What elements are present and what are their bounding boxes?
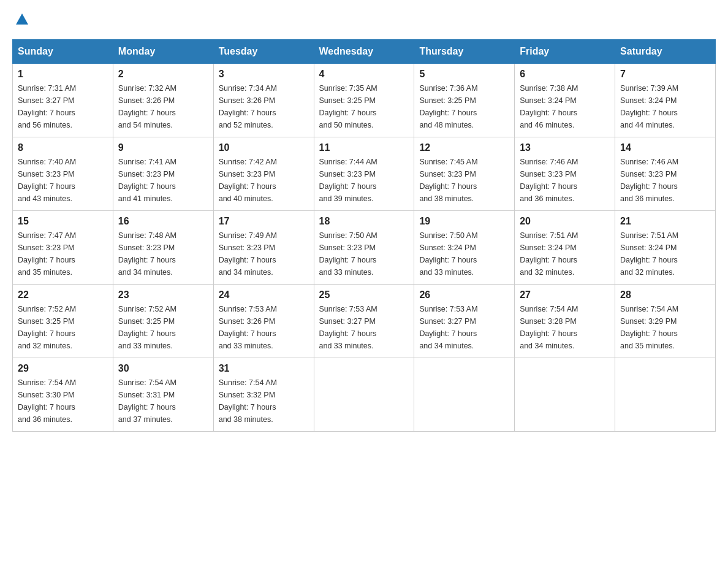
- day-cell-7: 7Sunrise: 7:39 AMSunset: 3:24 PMDaylight…: [615, 64, 716, 137]
- day-cell-16: 16Sunrise: 7:48 AMSunset: 3:23 PMDayligh…: [113, 211, 213, 285]
- day-cell-17: 17Sunrise: 7:49 AMSunset: 3:23 PMDayligh…: [213, 211, 314, 285]
- day-info: Sunrise: 7:51 AMSunset: 3:24 PMDaylight:…: [520, 229, 610, 278]
- day-info: Sunrise: 7:44 AMSunset: 3:23 PMDaylight:…: [319, 156, 409, 205]
- day-cell-29: 29Sunrise: 7:54 AMSunset: 3:30 PMDayligh…: [13, 358, 113, 432]
- day-info: Sunrise: 7:50 AMSunset: 3:23 PMDaylight:…: [319, 229, 409, 278]
- day-cell-19: 19Sunrise: 7:50 AMSunset: 3:24 PMDayligh…: [414, 211, 515, 285]
- day-number: 7: [620, 69, 710, 80]
- week-row-4: 22Sunrise: 7:52 AMSunset: 3:25 PMDayligh…: [13, 285, 716, 358]
- day-cell-24: 24Sunrise: 7:53 AMSunset: 3:26 PMDayligh…: [213, 285, 314, 358]
- day-number: 21: [620, 216, 710, 227]
- header-tuesday: Tuesday: [213, 40, 314, 64]
- day-number: 17: [219, 216, 309, 227]
- day-info: Sunrise: 7:53 AMSunset: 3:27 PMDaylight:…: [319, 303, 409, 352]
- day-cell-5: 5Sunrise: 7:36 AMSunset: 3:25 PMDaylight…: [414, 64, 515, 137]
- svg-marker-0: [16, 13, 28, 25]
- week-row-5: 29Sunrise: 7:54 AMSunset: 3:30 PMDayligh…: [13, 358, 716, 432]
- day-info: Sunrise: 7:52 AMSunset: 3:25 PMDaylight:…: [118, 303, 208, 352]
- day-number: 31: [219, 363, 309, 374]
- week-row-3: 15Sunrise: 7:47 AMSunset: 3:23 PMDayligh…: [13, 211, 716, 285]
- day-info: Sunrise: 7:32 AMSunset: 3:26 PMDaylight:…: [118, 82, 208, 131]
- day-info: Sunrise: 7:45 AMSunset: 3:23 PMDaylight:…: [419, 156, 509, 205]
- day-number: 20: [520, 216, 610, 227]
- day-cell-6: 6Sunrise: 7:38 AMSunset: 3:24 PMDaylight…: [515, 64, 615, 137]
- day-number: 10: [219, 142, 309, 153]
- day-info: Sunrise: 7:52 AMSunset: 3:25 PMDaylight:…: [18, 303, 108, 352]
- day-number: 22: [18, 289, 108, 301]
- header-saturday: Saturday: [615, 40, 716, 64]
- header-sunday: Sunday: [13, 40, 113, 64]
- day-number: 9: [118, 142, 208, 153]
- day-number: 16: [118, 216, 208, 227]
- day-cell-26: 26Sunrise: 7:53 AMSunset: 3:27 PMDayligh…: [414, 285, 515, 358]
- day-cell-31: 31Sunrise: 7:54 AMSunset: 3:32 PMDayligh…: [213, 358, 314, 432]
- day-number: 3: [219, 69, 309, 80]
- day-info: Sunrise: 7:50 AMSunset: 3:24 PMDaylight:…: [419, 229, 509, 278]
- day-info: Sunrise: 7:42 AMSunset: 3:23 PMDaylight:…: [219, 156, 309, 205]
- day-cell-8: 8Sunrise: 7:40 AMSunset: 3:23 PMDaylight…: [13, 137, 113, 211]
- day-number: 1: [18, 69, 108, 80]
- day-cell-13: 13Sunrise: 7:46 AMSunset: 3:23 PMDayligh…: [515, 137, 615, 211]
- day-number: 8: [18, 142, 108, 153]
- day-info: Sunrise: 7:36 AMSunset: 3:25 PMDaylight:…: [419, 82, 509, 131]
- day-info: Sunrise: 7:47 AMSunset: 3:23 PMDaylight:…: [18, 229, 108, 278]
- empty-cell: [314, 358, 414, 432]
- day-number: 29: [18, 363, 108, 374]
- day-info: Sunrise: 7:39 AMSunset: 3:24 PMDaylight:…: [620, 82, 710, 131]
- header-monday: Monday: [113, 40, 213, 64]
- day-info: Sunrise: 7:46 AMSunset: 3:23 PMDaylight:…: [620, 156, 710, 205]
- day-number: 4: [319, 69, 409, 80]
- day-number: 15: [18, 216, 108, 227]
- day-info: Sunrise: 7:54 AMSunset: 3:31 PMDaylight:…: [118, 377, 208, 426]
- day-info: Sunrise: 7:49 AMSunset: 3:23 PMDaylight:…: [219, 229, 309, 278]
- day-info: Sunrise: 7:54 AMSunset: 3:32 PMDaylight:…: [219, 377, 309, 426]
- day-number: 18: [319, 216, 409, 227]
- day-info: Sunrise: 7:38 AMSunset: 3:24 PMDaylight:…: [520, 82, 610, 131]
- day-cell-12: 12Sunrise: 7:45 AMSunset: 3:23 PMDayligh…: [414, 137, 515, 211]
- day-cell-25: 25Sunrise: 7:53 AMSunset: 3:27 PMDayligh…: [314, 285, 414, 358]
- day-cell-28: 28Sunrise: 7:54 AMSunset: 3:29 PMDayligh…: [615, 285, 716, 358]
- page-header: [12, 12, 716, 27]
- empty-cell: [615, 358, 716, 432]
- day-cell-4: 4Sunrise: 7:35 AMSunset: 3:25 PMDaylight…: [314, 64, 414, 137]
- day-cell-1: 1Sunrise: 7:31 AMSunset: 3:27 PMDaylight…: [13, 64, 113, 137]
- day-number: 6: [520, 69, 610, 80]
- week-row-2: 8Sunrise: 7:40 AMSunset: 3:23 PMDaylight…: [13, 137, 716, 211]
- logo: [12, 12, 31, 27]
- day-info: Sunrise: 7:34 AMSunset: 3:26 PMDaylight:…: [219, 82, 309, 131]
- day-info: Sunrise: 7:31 AMSunset: 3:27 PMDaylight:…: [18, 82, 108, 131]
- day-number: 2: [118, 69, 208, 80]
- day-cell-23: 23Sunrise: 7:52 AMSunset: 3:25 PMDayligh…: [113, 285, 213, 358]
- header-friday: Friday: [515, 40, 615, 64]
- day-number: 5: [419, 69, 509, 80]
- day-info: Sunrise: 7:54 AMSunset: 3:29 PMDaylight:…: [620, 303, 710, 352]
- day-cell-27: 27Sunrise: 7:54 AMSunset: 3:28 PMDayligh…: [515, 285, 615, 358]
- day-number: 27: [520, 289, 610, 301]
- day-number: 28: [620, 289, 710, 301]
- day-cell-18: 18Sunrise: 7:50 AMSunset: 3:23 PMDayligh…: [314, 211, 414, 285]
- calendar-header-row: SundayMondayTuesdayWednesdayThursdayFrid…: [13, 40, 716, 64]
- empty-cell: [515, 358, 615, 432]
- day-number: 30: [118, 363, 208, 374]
- day-number: 24: [219, 289, 309, 301]
- day-cell-3: 3Sunrise: 7:34 AMSunset: 3:26 PMDaylight…: [213, 64, 314, 137]
- day-info: Sunrise: 7:53 AMSunset: 3:27 PMDaylight:…: [419, 303, 509, 352]
- day-number: 14: [620, 142, 710, 153]
- day-info: Sunrise: 7:53 AMSunset: 3:26 PMDaylight:…: [219, 303, 309, 352]
- empty-cell: [414, 358, 515, 432]
- day-info: Sunrise: 7:54 AMSunset: 3:30 PMDaylight:…: [18, 377, 108, 426]
- day-cell-14: 14Sunrise: 7:46 AMSunset: 3:23 PMDayligh…: [615, 137, 716, 211]
- day-number: 13: [520, 142, 610, 153]
- header-thursday: Thursday: [414, 40, 515, 64]
- day-cell-20: 20Sunrise: 7:51 AMSunset: 3:24 PMDayligh…: [515, 211, 615, 285]
- day-info: Sunrise: 7:41 AMSunset: 3:23 PMDaylight:…: [118, 156, 208, 205]
- day-info: Sunrise: 7:51 AMSunset: 3:24 PMDaylight:…: [620, 229, 710, 278]
- day-number: 23: [118, 289, 208, 301]
- logo-triangle-icon: [13, 10, 31, 27]
- day-number: 11: [319, 142, 409, 153]
- day-info: Sunrise: 7:35 AMSunset: 3:25 PMDaylight:…: [319, 82, 409, 131]
- day-cell-11: 11Sunrise: 7:44 AMSunset: 3:23 PMDayligh…: [314, 137, 414, 211]
- day-number: 25: [319, 289, 409, 301]
- day-cell-10: 10Sunrise: 7:42 AMSunset: 3:23 PMDayligh…: [213, 137, 314, 211]
- day-cell-15: 15Sunrise: 7:47 AMSunset: 3:23 PMDayligh…: [13, 211, 113, 285]
